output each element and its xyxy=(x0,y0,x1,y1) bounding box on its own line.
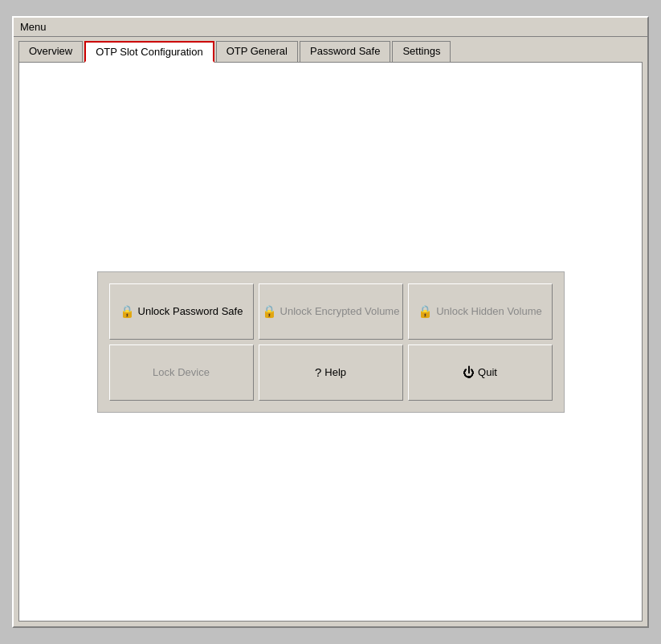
unlock-encrypted-volume-button[interactable]: 🔒 Unlock Encrypted Volume xyxy=(259,283,403,340)
button-grid: 🔒 Unlock Password Safe 🔒 Unlock Encrypte… xyxy=(97,271,565,413)
title-bar: Menu xyxy=(14,18,647,37)
main-window: Menu Overview OTP Slot Configuration OTP… xyxy=(12,16,649,628)
lock-device-button[interactable]: Lock Device xyxy=(109,344,254,401)
lock-icon: 🔒 xyxy=(120,304,135,319)
button-row-2: Lock Device ? Help ⏻ Quit xyxy=(109,344,553,401)
tab-password-safe[interactable]: Password Safe xyxy=(300,41,390,63)
window-title: Menu xyxy=(20,21,47,33)
unlock-password-safe-button[interactable]: 🔒 Unlock Password Safe xyxy=(109,283,254,340)
tab-overview[interactable]: Overview xyxy=(18,41,83,63)
power-icon: ⏻ xyxy=(463,365,475,379)
tab-settings[interactable]: Settings xyxy=(392,41,451,63)
tab-otp-general[interactable]: OTP General xyxy=(216,41,298,63)
tab-otp-slot-configuration[interactable]: OTP Slot Configuration xyxy=(84,41,214,63)
content-area: 🔒 Unlock Password Safe 🔒 Unlock Encrypte… xyxy=(18,62,643,622)
tab-bar: Overview OTP Slot Configuration OTP Gene… xyxy=(14,37,647,62)
button-row-1: 🔒 Unlock Password Safe 🔒 Unlock Encrypte… xyxy=(109,283,553,340)
help-button[interactable]: ? Help xyxy=(259,344,403,401)
lock-icon-3: 🔒 xyxy=(418,304,433,319)
help-icon: ? xyxy=(315,365,321,379)
unlock-hidden-volume-button[interactable]: 🔒 Unlock Hidden Volume xyxy=(408,283,553,340)
lock-icon-2: 🔒 xyxy=(262,304,277,319)
quit-button[interactable]: ⏻ Quit xyxy=(408,344,553,401)
